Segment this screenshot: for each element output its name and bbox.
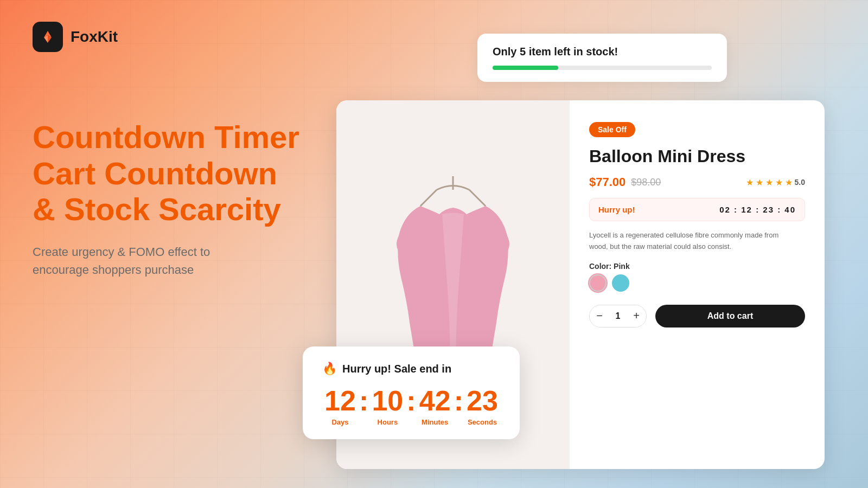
header: FoxKit [33, 22, 118, 52]
star-5: ★ [785, 177, 793, 188]
timer-row: 12 Days : 10 Hours : 42 Minutes : 23 Sec… [322, 387, 500, 426]
quantity-control: − 1 + [589, 305, 647, 328]
swatch-teal[interactable] [612, 274, 629, 292]
price-row: $77.00 $98.00 ★ ★ ★ ★ ★ 5.0 [589, 175, 805, 189]
svg-line-1 [420, 190, 437, 206]
svg-line-2 [469, 190, 486, 206]
quantity-increase-button[interactable]: + [627, 305, 646, 327]
timer-hours: 10 Hours [369, 387, 405, 426]
add-to-cart-row: − 1 + Add to cart [589, 305, 805, 328]
stars-rating: ★ ★ ★ ★ ★ 5.0 [746, 177, 805, 188]
inline-countdown-bar: Hurry up! 02 : 12 : 23 : 40 [589, 198, 805, 221]
timer-seconds: 23 Seconds [464, 387, 500, 426]
color-label: Color: Pink [589, 262, 630, 271]
countdown-card-header: 🔥 Hurry up! Sale end in [322, 362, 500, 376]
product-name: Balloon Mini Dress [589, 146, 805, 166]
timer-days-label: Days [331, 418, 348, 426]
price-original: $98.00 [631, 177, 661, 188]
hurry-label: Hurry up! [598, 205, 635, 214]
timer-seconds-num: 23 [467, 387, 498, 415]
timer-days: 12 Days [322, 387, 358, 426]
timer-hours-label: Hours [378, 418, 398, 426]
timer-seconds-label: Seconds [468, 418, 497, 426]
logo-icon [33, 22, 63, 52]
price-current: $77.00 [589, 175, 626, 189]
hero-section: Countdown TimerCart Countdown& Stock Sca… [33, 119, 299, 279]
timer-sep-3: : [454, 387, 463, 415]
prices: $77.00 $98.00 [589, 175, 661, 189]
fire-icon: 🔥 [322, 362, 337, 376]
stock-title: Only 5 item left in stock! [493, 46, 712, 58]
stock-card: Only 5 item left in stock! [477, 34, 727, 82]
timer-minutes-label: Minutes [422, 418, 448, 426]
add-to-cart-button[interactable]: Add to cart [655, 305, 805, 328]
product-description: Lyocell is a regenerated cellulose fibre… [589, 230, 805, 253]
progress-bar-background [493, 66, 712, 70]
progress-bar-fill [493, 66, 558, 70]
timer-hours-num: 10 [372, 387, 403, 415]
color-swatches [589, 274, 805, 292]
timer-minutes-num: 42 [419, 387, 451, 415]
star-1: ★ [746, 177, 754, 188]
quantity-decrease-button[interactable]: − [590, 305, 609, 327]
timer-minutes: 42 Minutes [417, 387, 453, 426]
star-3: ★ [765, 177, 773, 188]
quantity-value: 1 [609, 311, 627, 321]
star-2: ★ [756, 177, 763, 188]
countdown-inline-digits: 02 : 12 : 23 : 40 [719, 205, 796, 214]
brand-name: FoxKit [71, 28, 118, 46]
countdown-card: 🔥 Hurry up! Sale end in 12 Days : 10 Hou… [303, 346, 520, 439]
hero-title: Countdown TimerCart Countdown& Stock Sca… [33, 119, 299, 228]
rating-number: 5.0 [795, 178, 805, 187]
swatch-pink[interactable] [589, 274, 607, 292]
sale-badge: Sale Off [589, 122, 635, 137]
star-4: ★ [775, 177, 783, 188]
timer-sep-1: : [359, 387, 368, 415]
color-section: Color: Pink [589, 261, 805, 292]
product-info-section: Sale Off Balloon Mini Dress $77.00 $98.0… [570, 100, 825, 469]
timer-days-num: 12 [324, 387, 356, 415]
timer-sep-2: : [406, 387, 416, 415]
countdown-card-title: Hurry up! Sale end in [342, 363, 451, 375]
hero-subtitle: Create urgency & FOMO effect toencourage… [33, 243, 299, 279]
